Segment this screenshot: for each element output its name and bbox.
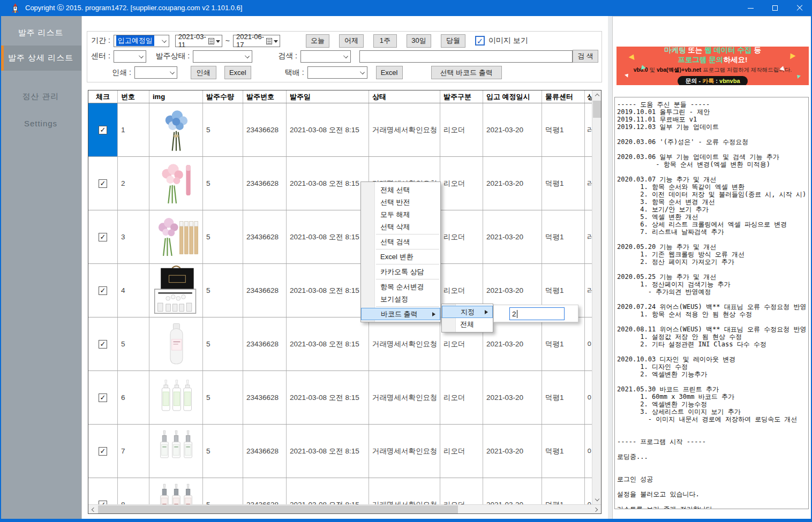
table-row[interactable]: ✓ 3 — [88, 210, 592, 264]
maximize-button[interactable] — [763, 0, 787, 16]
period-label: 기간 : — [91, 36, 110, 46]
sidebar-item-order-detail-list[interactable]: 발주 상세 리스트 — [0, 46, 81, 71]
row-order-type: 리오더 — [440, 478, 483, 504]
column-header-no[interactable]: 번호 — [118, 90, 149, 103]
submenu-item-all[interactable]: 전체 — [442, 318, 493, 330]
thirty-days-button[interactable]: 30일 — [407, 34, 431, 48]
row-check-cell[interactable]: ✓ — [88, 103, 118, 156]
row-check-cell[interactable]: ✓ — [88, 478, 118, 504]
product-image-black-diffuser-box-set — [149, 264, 203, 317]
submenu-item-specify[interactable]: 지정 — [442, 306, 493, 318]
row-status: 거래명세서확인요청 — [369, 371, 440, 424]
horizontal-scroll-thumb[interactable] — [98, 505, 458, 513]
column-header-product[interactable]: 상 — [585, 90, 592, 103]
period-type-select[interactable]: 입고예정일 — [114, 35, 169, 47]
column-header-center[interactable]: 물류센터 — [542, 90, 585, 103]
vertical-scroll-thumb[interactable] — [593, 101, 601, 118]
menu-item-view-settings[interactable]: 보기설정 — [361, 293, 440, 305]
row-check-cell[interactable]: ✓ — [88, 210, 118, 263]
row-checkbox[interactable]: ✓ — [99, 286, 107, 295]
scroll-right-button[interactable] — [592, 505, 601, 514]
checkmark-icon: ✓ — [100, 341, 106, 347]
grid-horizontal-scrollbar[interactable] — [88, 504, 601, 513]
table-row[interactable]: ✓ 8 5 23436628 2021-03-08 오전 8:15 거래명세서확… — [88, 478, 592, 504]
column-header-status[interactable]: 상태 — [369, 90, 440, 103]
search-input[interactable] — [359, 50, 573, 63]
sidebar-item-order-list[interactable]: 발주 리스트 — [0, 24, 81, 42]
menu-item-reorder-columns[interactable]: 항목 순서변경 — [361, 281, 440, 293]
row-checkbox[interactable]: ✓ — [99, 340, 107, 349]
row-product: 이 — [585, 371, 592, 424]
date-from-picker[interactable]: 2021-03-11 — [175, 35, 222, 47]
row-checkbox[interactable]: ✓ — [99, 233, 107, 241]
courier-select[interactable] — [307, 66, 367, 79]
menu-item-invert-selection[interactable]: 선택 반전 — [361, 196, 440, 208]
excel-button-courier[interactable]: Excel — [376, 66, 403, 79]
row-checkbox[interactable]: ✓ — [99, 179, 107, 188]
scroll-up-button[interactable] — [592, 90, 602, 100]
row-check-cell[interactable]: ✓ — [88, 264, 118, 317]
menu-item-select-all[interactable]: 전체 선택 — [361, 184, 440, 196]
row-due-date: 2021-03-20 — [483, 371, 542, 424]
column-header-img[interactable]: img — [149, 90, 203, 103]
table-row[interactable]: ✓ 6 5 23436628 2021-03-08 오전 8:15 거래명세서확… — [88, 371, 592, 425]
grid-vertical-scrollbar[interactable] — [592, 90, 601, 504]
minimize-button[interactable] — [738, 0, 763, 16]
menu-item-barcode-print[interactable]: 바코드 출력 — [361, 308, 440, 320]
scroll-left-button[interactable] — [88, 505, 97, 514]
column-header-check[interactable]: 체크 — [88, 90, 118, 103]
sidebar-item-settings[interactable]: Settings — [0, 114, 81, 132]
menu-item-search-selected[interactable]: 선택 검색 — [361, 236, 440, 248]
row-check-cell[interactable]: ✓ — [88, 157, 118, 210]
sidebar-item-settlement[interactable]: 정산 관리 — [0, 87, 81, 105]
ad-banner[interactable]: 마케팅 또는 웹 데이터 수집 등 프로그램 문의하세요! vb6.0 및 vb… — [616, 47, 809, 85]
table-row[interactable]: ✓ 1 5 23436628 2021-03-08 오전 8:15 거래명세서확… — [88, 103, 592, 157]
row-checkbox[interactable]: ✓ — [99, 126, 107, 134]
order-status-select[interactable] — [193, 50, 252, 63]
center-select[interactable] — [114, 50, 147, 63]
row-order-date: 2021-03-08 오전 8:15 — [287, 317, 369, 370]
row-checkbox[interactable]: ✓ — [99, 501, 107, 505]
row-checkbox[interactable]: ✓ — [99, 394, 107, 402]
table-row[interactable]: ✓ 2 5 23436628 2021-03-08 오전 8:15 거래명세서확… — [88, 157, 592, 210]
current-month-button[interactable]: 당월 — [441, 34, 465, 48]
search-type-select[interactable] — [300, 50, 351, 63]
panel-splitter[interactable] — [608, 16, 612, 519]
log-textbox[interactable]: ----- 도움 주신 분들 ----- 2019.10.01 올투그린 - 제… — [614, 97, 809, 509]
row-check-cell[interactable]: ✓ — [88, 371, 118, 424]
yesterday-button[interactable]: 어제 — [339, 34, 364, 48]
column-header-order-date[interactable]: 발주일 — [287, 90, 369, 103]
selected-barcode-print-button[interactable]: 선택 바코드 출력 — [431, 66, 502, 79]
product-image-white-cosmetic-bottle — [149, 317, 203, 370]
menu-item-clear-all[interactable]: 모두 해제 — [361, 208, 440, 221]
row-due-date: 2021-03-20 — [483, 478, 542, 504]
image-view-checkbox[interactable]: ✓ — [475, 36, 485, 46]
column-header-due-date[interactable]: 입고 예정일시 — [483, 90, 542, 103]
menu-item-excel-convert[interactable]: Excel 변환 — [361, 251, 440, 263]
row-check-cell[interactable]: ✓ — [88, 317, 118, 370]
row-checkbox[interactable]: ✓ — [99, 447, 107, 456]
column-header-order-type[interactable]: 발주구분 — [440, 90, 483, 103]
row-order-no: 23436628 — [243, 264, 287, 317]
search-button[interactable]: 검 색 — [573, 50, 598, 63]
product-image-pink-flower-and-stick — [149, 157, 203, 210]
row-check-cell[interactable]: ✓ — [88, 425, 118, 478]
date-to-picker[interactable]: 2021-06-17 — [233, 35, 280, 47]
one-week-button[interactable]: 1주 — [373, 34, 397, 48]
menu-item-delete-selected[interactable]: 선택 삭제 — [361, 221, 440, 233]
maximize-icon — [772, 5, 778, 11]
print-button[interactable]: 인쇄 — [191, 66, 216, 79]
barcode-count-input[interactable]: 2 — [509, 307, 565, 320]
table-row[interactable]: ✓ 5 5 23436628 2021-03-08 오전 8:15 거래명세서확… — [88, 317, 592, 371]
excel-button-print[interactable]: Excel — [224, 66, 251, 79]
today-button[interactable]: 오늘 — [306, 34, 329, 48]
column-header-qty[interactable]: 발주수량 — [203, 90, 243, 103]
row-product: 러 — [585, 157, 592, 210]
table-row[interactable]: ✓ 7 5 23436628 2021-03-08 오전 8:15 거래명세서확… — [88, 425, 592, 478]
close-button[interactable] — [787, 0, 812, 16]
print-select[interactable] — [134, 66, 177, 79]
scroll-down-button[interactable] — [592, 495, 602, 504]
confetti-decoration — [629, 53, 637, 60]
column-header-order-no[interactable]: 발주번호 — [243, 90, 287, 103]
menu-item-kakaotalk-support[interactable]: 카카오톡 상담 — [361, 266, 440, 278]
